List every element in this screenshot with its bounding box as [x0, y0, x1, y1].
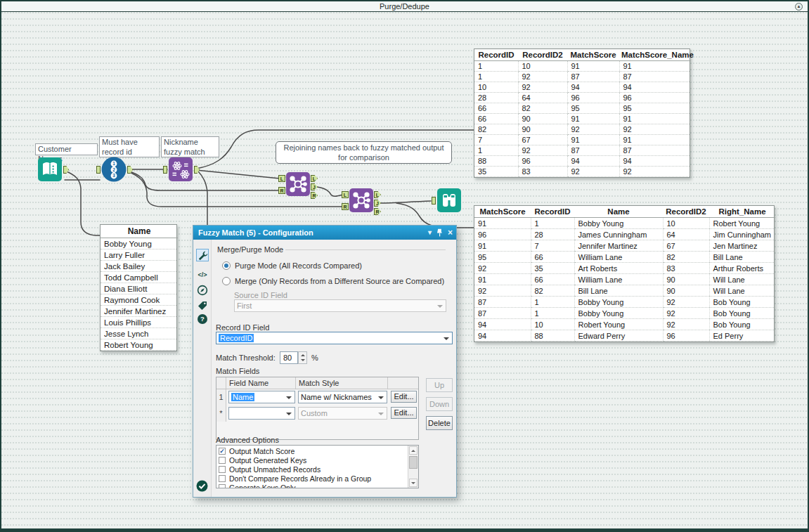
checkbox[interactable]	[219, 466, 226, 473]
input-anchor[interactable]	[96, 166, 101, 174]
checkbox[interactable]	[219, 484, 226, 489]
output-anchor-join[interactable]: J	[374, 200, 381, 207]
input-anchor[interactable]	[163, 166, 167, 174]
scroll-down-button[interactable]	[409, 479, 418, 487]
dropdown-arrow-icon	[286, 413, 292, 415]
wire-fuzzy-to-join1-l[interactable]	[196, 170, 280, 179]
join-tool-1[interactable]: L R L J R	[286, 172, 310, 196]
tab-annotation[interactable]	[196, 299, 209, 312]
input-anchor[interactable]	[432, 197, 436, 205]
table-cell: Louis Phillips	[101, 317, 178, 328]
table-cell: Robert Young	[709, 218, 775, 229]
annotation-rejoining[interactable]: Rejoining names back to fuzzy matched ou…	[276, 141, 452, 164]
table-cell: Raymond Cook	[101, 294, 178, 306]
browse-tool[interactable]	[437, 188, 461, 212]
table-row: Diana Elliott	[101, 283, 178, 294]
source-id-dropdown[interactable]: First	[234, 299, 446, 312]
input-anchor-left[interactable]: L	[278, 175, 285, 182]
input-anchor-right[interactable]: R	[278, 187, 285, 194]
output-anchor-right[interactable]: R	[374, 208, 381, 215]
record-id-tool[interactable]: 1 2 3	[101, 157, 127, 182]
workflow-canvas[interactable]: Customer Names Must have record id Nickn…	[1, 12, 808, 528]
edit-button-1[interactable]: Edit...	[391, 391, 417, 403]
fuzzy-match-tool[interactable]	[169, 157, 193, 181]
checkbox[interactable]	[219, 475, 226, 482]
match-style-dropdown[interactable]: Name w/ Nicknames	[298, 391, 387, 403]
tab-navigation[interactable]	[196, 284, 209, 297]
wire-to-comparison-table[interactable]	[396, 203, 474, 228]
dialog-close-icon[interactable]: ×	[448, 229, 453, 236]
names-table[interactable]: NameBobby YoungLarry FullerJack BaileyTo…	[100, 224, 177, 351]
table-cell: 94	[474, 319, 531, 330]
tab-help[interactable]: ?	[196, 313, 209, 325]
output-anchor-right[interactable]: R	[311, 192, 318, 199]
input-data-tool[interactable]	[38, 157, 62, 181]
advanced-option-item[interactable]: Output Generated Keys	[216, 455, 418, 465]
wire-fuzzy-down[interactable]	[198, 171, 207, 225]
table-cell: 87	[567, 145, 619, 156]
match-scores-table[interactable]: RecordIDRecordID2MatchScoreMatchScore_Na…	[474, 48, 690, 178]
table-row: 871Bobby Young92Bob Young	[474, 297, 775, 308]
threshold-spinner[interactable]	[298, 351, 307, 364]
annotation-customer-names[interactable]: Customer Names	[35, 143, 98, 155]
input-anchor-left[interactable]: L	[342, 191, 349, 198]
match-threshold-input[interactable]: 80	[280, 351, 298, 364]
wire-recordid-to-join1-r[interactable]	[128, 171, 280, 190]
tab-configuration[interactable]	[196, 249, 209, 261]
record-id-dropdown[interactable]: RecordID	[216, 332, 453, 344]
table-cell: 82	[518, 103, 567, 114]
table-cell: 10	[474, 82, 518, 93]
table-row: 9282Bill Lane90Will Lane	[474, 285, 775, 297]
advanced-option-item[interactable]: Output Unmatched Records	[216, 465, 418, 474]
output-anchor-left[interactable]: L	[311, 175, 318, 182]
field-name-dropdown[interactable]: Name	[228, 391, 295, 403]
advanced-option-item[interactable]: ✓Output Match Score	[216, 446, 418, 455]
dialog-dropdown-icon[interactable]: ▾	[428, 229, 432, 236]
up-button[interactable]: Up	[426, 378, 453, 392]
table-cell: 91	[619, 114, 691, 124]
checkbox[interactable]	[219, 457, 226, 464]
output-anchor-left[interactable]: L	[374, 191, 381, 198]
apply-check-button[interactable]	[196, 480, 208, 492]
table-cell: 7	[531, 240, 574, 252]
table-row: 66909191	[474, 114, 691, 124]
wire-join1-to-join2[interactable]	[317, 187, 343, 196]
edit-button-2[interactable]: Edit...	[391, 407, 417, 419]
table-cell: 7	[474, 135, 518, 145]
collapse-button[interactable]: ▲	[795, 3, 803, 11]
advanced-option-item[interactable]: Generate Keys Only	[216, 483, 418, 488]
merge-mode-radio[interactable]	[222, 277, 231, 285]
window-title: Purge/Dedupe	[380, 2, 429, 11]
scroll-up-button[interactable]	[409, 446, 418, 455]
table-row: Jack Bailey	[101, 261, 178, 272]
comparison-table[interactable]: MatchScoreRecordIDNameRecordID2Right_Nam…	[474, 205, 775, 342]
checkbox[interactable]: ✓	[219, 448, 226, 455]
advanced-option-item[interactable]: Don't Compare Records Already in a Group	[216, 474, 418, 483]
wire-input-to-names-popout[interactable]	[65, 171, 100, 235]
annotation-nickname-fuzzy-match[interactable]: Nickname fuzzy match	[161, 136, 219, 157]
scroll-thumb[interactable]	[409, 456, 418, 469]
svg-text:3: 3	[112, 173, 115, 178]
output-anchor-join[interactable]: J	[311, 183, 318, 190]
dialog-titlebar[interactable]: Fuzzy Match (5) - Configuration ▾ ×	[193, 226, 456, 240]
spinner-down-icon[interactable]	[301, 359, 305, 361]
fuzzy-match-icon	[169, 157, 193, 181]
column-header: RecordID	[531, 206, 574, 218]
svg-text:</>: </>	[198, 271, 207, 278]
match-threshold-label: Match Threshold:	[216, 353, 276, 362]
table-cell: Arthur Roberts	[709, 263, 775, 274]
scrollbar[interactable]	[408, 446, 418, 488]
field-name-dropdown-new[interactable]	[228, 407, 295, 420]
input-anchor-right[interactable]: R	[342, 203, 349, 210]
pin-icon[interactable]	[436, 228, 443, 237]
match-style-dropdown-new[interactable]: Custom	[298, 407, 387, 420]
join-tool-2[interactable]: L R L J R	[349, 188, 373, 212]
annotation-must-have-record-id[interactable]: Must have record id	[99, 136, 160, 157]
delete-button[interactable]: Delete	[426, 416, 453, 430]
tab-metadata[interactable]: </>	[196, 268, 209, 281]
spinner-up-icon[interactable]	[301, 354, 305, 356]
down-button[interactable]: Down	[426, 397, 453, 411]
wire-join2-to-browse[interactable]	[380, 201, 431, 203]
purge-mode-radio[interactable]	[222, 261, 231, 270]
table-cell: 90	[663, 285, 709, 297]
